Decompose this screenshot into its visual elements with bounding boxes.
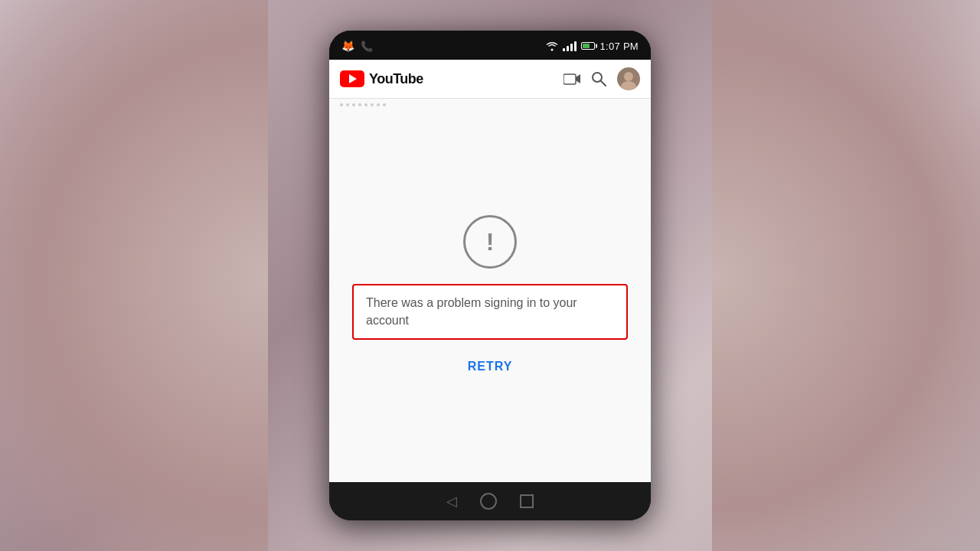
hand-left <box>0 0 268 551</box>
svg-point-0 <box>551 49 554 51</box>
home-button[interactable] <box>480 493 497 510</box>
youtube-play-button <box>340 70 364 87</box>
dot <box>358 103 361 106</box>
signal-bars <box>563 41 577 51</box>
phone-screen: YouTube <box>329 60 651 482</box>
battery-icon <box>581 42 595 50</box>
header-icons <box>564 67 640 90</box>
main-content: ! There was a problem signing in to your… <box>329 111 651 482</box>
dot <box>364 103 368 106</box>
svg-point-3 <box>593 73 602 82</box>
user-avatar[interactable] <box>617 67 640 90</box>
signal-bar-2 <box>567 46 569 51</box>
dot <box>377 103 380 106</box>
youtube-header: YouTube <box>329 60 651 99</box>
error-exclamation: ! <box>486 228 495 256</box>
wifi-icon <box>546 41 558 51</box>
svg-marker-2 <box>576 74 580 83</box>
dots-divider <box>329 99 651 111</box>
status-time: 1:07 PM <box>599 41 639 52</box>
hand-right <box>712 0 980 551</box>
retry-button[interactable]: RETRY <box>452 355 528 378</box>
camera-icon[interactable] <box>564 72 580 86</box>
search-icon[interactable] <box>591 71 606 86</box>
signal-bar-3 <box>570 44 573 51</box>
back-button[interactable]: ◁ <box>446 493 457 510</box>
signal-bar-4 <box>574 41 577 51</box>
retry-label: RETRY <box>468 360 513 373</box>
error-icon-wrapper: ! <box>463 215 517 269</box>
phone-nav-bar: ◁ <box>329 482 651 520</box>
svg-point-5 <box>624 72 633 81</box>
dot <box>340 103 343 106</box>
recents-button[interactable] <box>520 494 534 508</box>
error-message-box: There was a problem signing in to your a… <box>352 284 628 340</box>
phone-wrapper: 🦊 📞 <box>329 31 651 520</box>
svg-line-4 <box>601 81 606 86</box>
error-circle: ! <box>463 215 517 269</box>
status-right-icons: 1:07 PM <box>546 41 639 52</box>
youtube-logo-text: YouTube <box>369 71 423 87</box>
svg-rect-1 <box>564 74 576 84</box>
error-message-text: There was a problem signing in to your a… <box>366 295 614 329</box>
dot <box>346 103 349 106</box>
phone: 🦊 📞 <box>329 31 651 520</box>
status-bar: 🦊 📞 <box>329 31 651 60</box>
battery-fill <box>583 44 589 48</box>
dot <box>371 103 374 106</box>
svg-point-6 <box>621 81 636 90</box>
whatsapp-icon: 📞 <box>361 41 373 52</box>
signal-bar-1 <box>563 48 565 51</box>
dot <box>352 103 355 106</box>
dot <box>383 103 386 106</box>
youtube-logo: YouTube <box>340 70 423 87</box>
status-left-icons: 🦊 📞 <box>341 40 373 52</box>
uc-browser-icon: 🦊 <box>341 40 354 52</box>
